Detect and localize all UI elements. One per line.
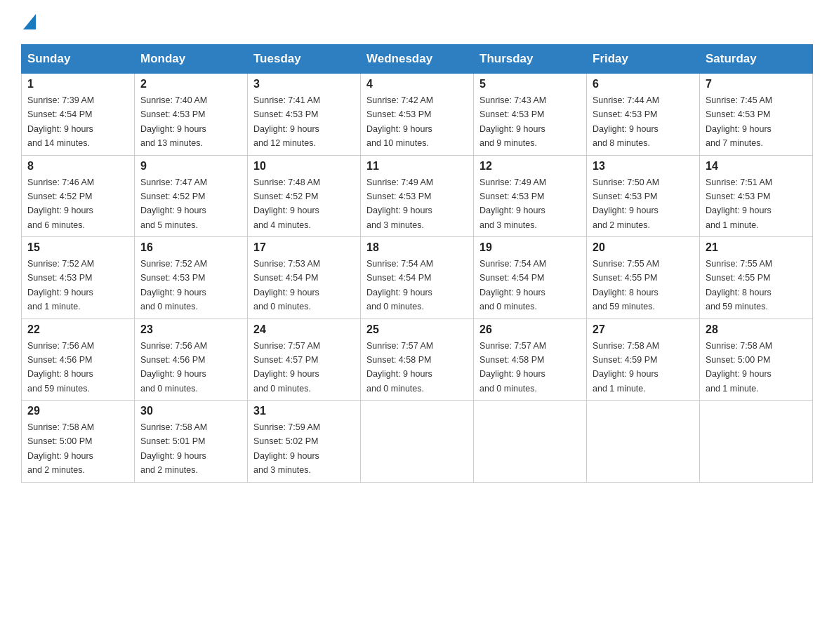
- day-number: 22: [27, 323, 128, 336]
- day-number: 27: [593, 323, 694, 336]
- day-info: Sunrise: 7:51 AMSunset: 4:53 PMDaylight:…: [706, 177, 772, 230]
- day-number: 19: [479, 241, 581, 254]
- day-info: Sunrise: 7:46 AMSunset: 4:52 PMDaylight:…: [27, 177, 94, 230]
- day-info: Sunrise: 7:58 AMSunset: 5:01 PMDaylight:…: [140, 422, 207, 475]
- day-number: 4: [366, 78, 468, 90]
- day-info: Sunrise: 7:59 AMSunset: 5:02 PMDaylight:…: [253, 422, 320, 475]
- calendar-cell: 17 Sunrise: 7:53 AMSunset: 4:54 PMDaylig…: [248, 237, 361, 319]
- day-info: Sunrise: 7:57 AMSunset: 4:58 PMDaylight:…: [366, 341, 433, 394]
- calendar-week-row: 22 Sunrise: 7:56 AMSunset: 4:56 PMDaylig…: [22, 318, 813, 401]
- logo-block: [21, 14, 36, 30]
- calendar-cell: 3 Sunrise: 7:41 AMSunset: 4:53 PMDayligh…: [248, 74, 361, 156]
- day-number: 1: [27, 78, 128, 90]
- calendar-cell: 1 Sunrise: 7:39 AMSunset: 4:54 PMDayligh…: [22, 74, 135, 156]
- calendar-week-row: 29 Sunrise: 7:58 AMSunset: 5:00 PMDaylig…: [22, 401, 813, 483]
- calendar-header-sunday: Sunday: [22, 45, 135, 74]
- calendar-cell: 22 Sunrise: 7:56 AMSunset: 4:56 PMDaylig…: [22, 318, 135, 401]
- day-number: 26: [479, 323, 581, 336]
- calendar-cell: 2 Sunrise: 7:40 AMSunset: 4:53 PMDayligh…: [135, 74, 248, 156]
- day-number: 12: [479, 160, 581, 173]
- day-number: 24: [253, 323, 355, 336]
- day-number: 15: [27, 241, 128, 254]
- calendar-cell: 10 Sunrise: 7:48 AMSunset: 4:52 PMDaylig…: [248, 155, 361, 237]
- calendar-header-tuesday: Tuesday: [248, 45, 361, 74]
- day-number: 13: [593, 160, 694, 173]
- calendar-cell: [700, 401, 813, 483]
- calendar-cell: 6 Sunrise: 7:44 AMSunset: 4:53 PMDayligh…: [587, 74, 700, 156]
- calendar-cell: 27 Sunrise: 7:58 AMSunset: 4:59 PMDaylig…: [587, 318, 700, 401]
- day-info: Sunrise: 7:41 AMSunset: 4:53 PMDaylight:…: [253, 95, 320, 148]
- day-info: Sunrise: 7:40 AMSunset: 4:53 PMDaylight:…: [140, 95, 207, 148]
- calendar-cell: 13 Sunrise: 7:50 AMSunset: 4:53 PMDaylig…: [587, 155, 700, 237]
- calendar-cell: 11 Sunrise: 7:49 AMSunset: 4:53 PMDaylig…: [361, 155, 474, 237]
- calendar-header-wednesday: Wednesday: [361, 45, 474, 74]
- logo: [21, 14, 36, 30]
- day-number: 14: [706, 160, 807, 173]
- calendar-cell: 5 Sunrise: 7:43 AMSunset: 4:53 PMDayligh…: [474, 74, 587, 156]
- day-number: 9: [140, 160, 241, 173]
- day-number: 10: [253, 160, 355, 173]
- day-number: 7: [706, 78, 807, 90]
- day-number: 5: [479, 78, 581, 90]
- day-number: 21: [706, 241, 807, 254]
- day-info: Sunrise: 7:58 AMSunset: 5:00 PMDaylight:…: [27, 422, 94, 475]
- day-info: Sunrise: 7:55 AMSunset: 4:55 PMDaylight:…: [593, 259, 659, 311]
- day-info: Sunrise: 7:54 AMSunset: 4:54 PMDaylight:…: [479, 259, 546, 311]
- calendar-cell: 30 Sunrise: 7:58 AMSunset: 5:01 PMDaylig…: [135, 401, 248, 483]
- day-number: 31: [253, 405, 355, 417]
- day-number: 11: [366, 160, 468, 173]
- day-info: Sunrise: 7:39 AMSunset: 4:54 PMDaylight:…: [27, 95, 94, 148]
- day-number: 16: [140, 241, 241, 254]
- day-number: 17: [253, 241, 355, 254]
- day-info: Sunrise: 7:52 AMSunset: 4:53 PMDaylight:…: [27, 259, 94, 311]
- calendar-cell: 24 Sunrise: 7:57 AMSunset: 4:57 PMDaylig…: [248, 318, 361, 401]
- day-info: Sunrise: 7:43 AMSunset: 4:53 PMDaylight:…: [479, 95, 546, 148]
- calendar-week-row: 1 Sunrise: 7:39 AMSunset: 4:54 PMDayligh…: [22, 74, 813, 156]
- calendar-week-row: 8 Sunrise: 7:46 AMSunset: 4:52 PMDayligh…: [22, 155, 813, 237]
- svg-marker-0: [23, 14, 36, 29]
- calendar-cell: 29 Sunrise: 7:58 AMSunset: 5:00 PMDaylig…: [22, 401, 135, 483]
- calendar-cell: 19 Sunrise: 7:54 AMSunset: 4:54 PMDaylig…: [474, 237, 587, 319]
- day-info: Sunrise: 7:58 AMSunset: 5:00 PMDaylight:…: [706, 341, 772, 394]
- calendar-cell: 7 Sunrise: 7:45 AMSunset: 4:53 PMDayligh…: [700, 74, 813, 156]
- calendar-header-row: SundayMondayTuesdayWednesdayThursdayFrid…: [22, 45, 813, 74]
- calendar-cell: 4 Sunrise: 7:42 AMSunset: 4:53 PMDayligh…: [361, 74, 474, 156]
- calendar-cell: 12 Sunrise: 7:49 AMSunset: 4:53 PMDaylig…: [474, 155, 587, 237]
- day-info: Sunrise: 7:54 AMSunset: 4:54 PMDaylight:…: [366, 259, 433, 311]
- day-info: Sunrise: 7:42 AMSunset: 4:53 PMDaylight:…: [366, 95, 433, 148]
- day-info: Sunrise: 7:57 AMSunset: 4:57 PMDaylight:…: [253, 341, 320, 394]
- day-number: 29: [27, 405, 128, 417]
- day-info: Sunrise: 7:49 AMSunset: 4:53 PMDaylight:…: [366, 177, 433, 230]
- calendar-cell: 23 Sunrise: 7:56 AMSunset: 4:56 PMDaylig…: [135, 318, 248, 401]
- calendar-cell: 31 Sunrise: 7:59 AMSunset: 5:02 PMDaylig…: [248, 401, 361, 483]
- day-number: 18: [366, 241, 468, 254]
- calendar-cell: 18 Sunrise: 7:54 AMSunset: 4:54 PMDaylig…: [361, 237, 474, 319]
- calendar-cell: [587, 401, 700, 483]
- calendar-week-row: 15 Sunrise: 7:52 AMSunset: 4:53 PMDaylig…: [22, 237, 813, 319]
- day-info: Sunrise: 7:52 AMSunset: 4:53 PMDaylight:…: [140, 259, 207, 311]
- day-info: Sunrise: 7:55 AMSunset: 4:55 PMDaylight:…: [706, 259, 772, 311]
- calendar-header-saturday: Saturday: [700, 45, 813, 74]
- calendar-cell: 28 Sunrise: 7:58 AMSunset: 5:00 PMDaylig…: [700, 318, 813, 401]
- day-info: Sunrise: 7:44 AMSunset: 4:53 PMDaylight:…: [593, 95, 659, 148]
- calendar-cell: 26 Sunrise: 7:57 AMSunset: 4:58 PMDaylig…: [474, 318, 587, 401]
- day-number: 20: [593, 241, 694, 254]
- logo-triangle-icon: [23, 14, 36, 29]
- day-info: Sunrise: 7:49 AMSunset: 4:53 PMDaylight:…: [479, 177, 546, 230]
- day-number: 3: [253, 78, 355, 90]
- day-number: 30: [140, 405, 241, 417]
- calendar-cell: 8 Sunrise: 7:46 AMSunset: 4:52 PMDayligh…: [22, 155, 135, 237]
- day-info: Sunrise: 7:56 AMSunset: 4:56 PMDaylight:…: [140, 341, 207, 394]
- calendar-cell: 25 Sunrise: 7:57 AMSunset: 4:58 PMDaylig…: [361, 318, 474, 401]
- calendar-cell: 14 Sunrise: 7:51 AMSunset: 4:53 PMDaylig…: [700, 155, 813, 237]
- day-info: Sunrise: 7:53 AMSunset: 4:54 PMDaylight:…: [253, 259, 320, 311]
- day-info: Sunrise: 7:50 AMSunset: 4:53 PMDaylight:…: [593, 177, 659, 230]
- day-info: Sunrise: 7:47 AMSunset: 4:52 PMDaylight:…: [140, 177, 207, 230]
- day-info: Sunrise: 7:57 AMSunset: 4:58 PMDaylight:…: [479, 341, 546, 394]
- calendar-header-thursday: Thursday: [474, 45, 587, 74]
- day-number: 25: [366, 323, 468, 336]
- calendar-cell: 20 Sunrise: 7:55 AMSunset: 4:55 PMDaylig…: [587, 237, 700, 319]
- calendar-cell: [474, 401, 587, 483]
- day-number: 8: [27, 160, 128, 173]
- calendar-header-monday: Monday: [135, 45, 248, 74]
